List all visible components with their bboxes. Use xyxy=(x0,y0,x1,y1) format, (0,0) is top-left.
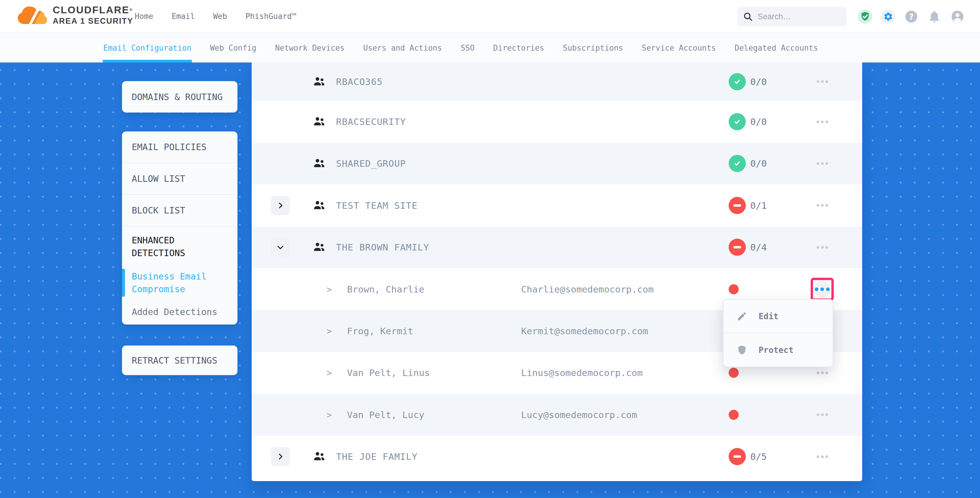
group-name: RBACSECURITY xyxy=(336,116,406,127)
nav-web[interactable]: Web xyxy=(213,12,227,21)
nav-email[interactable]: Email xyxy=(172,12,195,21)
tab-subscriptions[interactable]: Subscriptions xyxy=(563,33,623,62)
status-count: 0/0 xyxy=(750,76,767,87)
status-badge xyxy=(729,155,746,172)
group-name: TEST TEAM SITE xyxy=(336,200,417,211)
expand-button[interactable] xyxy=(271,447,290,466)
user-caret-icon: > xyxy=(326,409,332,420)
status-badge xyxy=(729,197,746,214)
status-badge xyxy=(729,113,746,130)
row-menu-button[interactable] xyxy=(816,367,828,379)
search-input[interactable] xyxy=(757,12,841,22)
sidebar-item-business-email-compromise[interactable]: Business Email Compromise xyxy=(122,266,237,299)
sidebar-card-policies: EMAIL POLICIESALLOW LISTBLOCK LISTENHANC… xyxy=(122,132,237,325)
user-caret-icon: > xyxy=(326,368,332,378)
groups-users-table: RBACO3650/0RBACSECURITY0/0SHARED_GROUP0/… xyxy=(252,62,862,481)
group-icon xyxy=(312,199,326,212)
table-row: >Van Pelt, LucyLucy@somedemocorp.com xyxy=(252,394,862,436)
status-count: 0/0 xyxy=(750,158,767,169)
context-menu-item-label: Edit xyxy=(759,312,778,321)
context-menu-item-label: Protect xyxy=(759,345,794,355)
sidebar-item-domains-routing[interactable]: DOMAINS & ROUTING xyxy=(122,81,237,113)
tab-service-accounts[interactable]: Service Accounts xyxy=(642,33,716,62)
sidebar-item-added-detections[interactable]: Added Detections xyxy=(122,299,237,325)
status-dot xyxy=(729,284,739,294)
avatar-icon[interactable] xyxy=(950,10,965,24)
bell-icon[interactable] xyxy=(927,10,942,24)
group-icon xyxy=(312,157,326,170)
sidebar-item-enhanced-detections: ENHANCED DETECTIONS xyxy=(122,226,237,266)
sidebar-card-domains: DOMAINS & ROUTING xyxy=(122,81,237,113)
user-name: Van Pelt, Linus xyxy=(347,368,430,378)
row-menu-button[interactable] xyxy=(816,116,828,127)
group-name: SHARED_GROUP xyxy=(336,158,406,169)
group-name: THE BROWN FAMILY xyxy=(336,242,429,253)
logo-trademark: ® xyxy=(129,7,133,12)
row-menu-button[interactable] xyxy=(816,200,828,212)
logo-title: CLOUDFLARE® xyxy=(53,3,133,16)
sidebar-item-block-list[interactable]: BLOCK LIST xyxy=(122,195,237,226)
expand-button[interactable] xyxy=(271,238,290,257)
row-menu-button[interactable] xyxy=(816,450,828,463)
row-menu-button[interactable] xyxy=(816,241,828,253)
user-email: Charlie@somedemocorp.com xyxy=(521,284,654,294)
sidebar-item-allow-list[interactable]: ALLOW LIST xyxy=(122,163,237,195)
tab-network-devices[interactable]: Network Devices xyxy=(275,33,345,62)
group-icon xyxy=(312,115,326,129)
user-email: Lucy@somedemocorp.com xyxy=(521,409,637,420)
user-caret-icon: > xyxy=(326,284,332,294)
status-badge xyxy=(729,73,746,90)
context-menu-item-edit[interactable]: Edit xyxy=(724,300,832,333)
tabs: Email ConfigurationWeb ConfigNetwork Dev… xyxy=(103,33,818,62)
shield-check-icon[interactable] xyxy=(858,10,872,24)
table-row: RBACO3650/0 xyxy=(252,62,862,101)
sidebar-item-email-policies[interactable]: EMAIL POLICIES xyxy=(122,132,237,163)
group-icon xyxy=(312,240,326,254)
row-menu-button[interactable] xyxy=(816,409,828,421)
table-row: TEST TEAM SITE0/1 xyxy=(252,185,862,226)
group-icon xyxy=(312,75,326,89)
status-count: 0/1 xyxy=(750,200,767,211)
tab-email-configuration[interactable]: Email Configuration xyxy=(103,33,191,62)
sidebar-item-retract-settings[interactable]: RETRACT SETTINGS xyxy=(122,345,237,375)
row-menu-button[interactable] xyxy=(816,158,828,169)
tab-web-config[interactable]: Web Config xyxy=(210,33,256,62)
tab-sso[interactable]: SSO xyxy=(461,33,475,62)
status-dot xyxy=(729,410,739,420)
highlight-box xyxy=(811,278,834,301)
sidebar-card-retract: RETRACT SETTINGS xyxy=(122,345,237,375)
main-nav: HomeEmailWebPhishGuard™ xyxy=(135,0,296,33)
status-badge xyxy=(729,448,746,465)
user-email: Kermit@somedemocorp.com xyxy=(521,326,648,336)
group-name: RBACO365 xyxy=(336,76,382,87)
row-menu-button[interactable] xyxy=(816,76,828,88)
table-row: SHARED_GROUP0/0 xyxy=(252,143,862,185)
search-icon xyxy=(743,11,753,22)
cloudflare-cloud-icon xyxy=(17,6,48,25)
table-row: THE JOE FAMILY0/5 xyxy=(252,436,862,477)
header-icons: ? xyxy=(858,0,965,33)
search-box[interactable] xyxy=(738,7,846,26)
app-header: CLOUDFLARE® AREA 1 SECURITY HomeEmailWeb… xyxy=(0,0,980,33)
gear-icon[interactable] xyxy=(881,10,895,24)
tab-directories[interactable]: Directories xyxy=(493,33,544,62)
user-name: Brown, Charlie xyxy=(347,284,424,294)
logo-subtitle: AREA 1 SECURITY xyxy=(53,16,133,26)
group-name: THE JOE FAMILY xyxy=(336,451,417,462)
tab-delegated-accounts[interactable]: Delegated Accounts xyxy=(735,33,818,62)
user-name: Van Pelt, Lucy xyxy=(347,409,424,420)
expand-button[interactable] xyxy=(271,196,290,215)
nav-phishguard[interactable]: PhishGuard™ xyxy=(245,12,296,21)
help-icon[interactable]: ? xyxy=(904,10,918,24)
row-context-menu: EditProtect xyxy=(723,299,833,367)
context-menu-item-protect[interactable]: Protect xyxy=(724,333,832,366)
table-row: THE BROWN FAMILY0/4 xyxy=(252,226,862,268)
tab-users-and-actions[interactable]: Users and Actions xyxy=(363,33,442,62)
svg-text:?: ? xyxy=(909,12,914,21)
status-count: 0/0 xyxy=(750,116,767,127)
cloudflare-logo: CLOUDFLARE® AREA 1 SECURITY xyxy=(17,3,133,26)
status-badge xyxy=(729,239,746,256)
secondary-nav-bar: Email ConfigurationWeb ConfigNetwork Dev… xyxy=(0,33,980,62)
nav-home[interactable]: Home xyxy=(135,12,153,21)
user-caret-icon: > xyxy=(326,326,332,336)
